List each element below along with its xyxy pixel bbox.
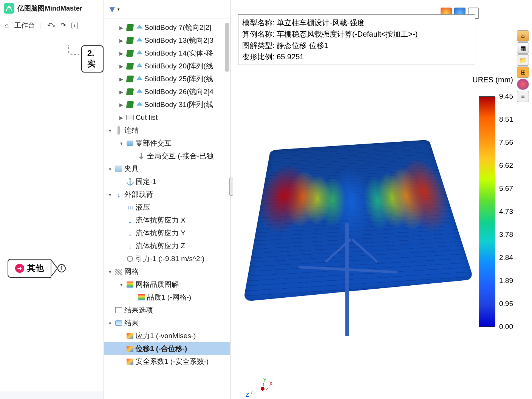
body-icon <box>126 101 134 108</box>
tree-item-solidbody[interactable]: ▶SolidBody 14(实体-移 <box>104 47 230 60</box>
tree-item-solidbody[interactable]: ▶SolidBody 20(阵列(线 <box>104 60 230 73</box>
expand-icon[interactable]: ▶ <box>118 89 124 95</box>
tree-item-gravity[interactable]: 引力-1 (:-9.81 m/s^2:) <box>104 252 230 265</box>
tree-item-solidbody[interactable]: ▶SolidBody 25(阵列(线 <box>104 73 230 85</box>
collapse-icon[interactable]: ▾ <box>107 320 113 326</box>
expand-icon[interactable]: ▶ <box>118 76 124 82</box>
add-button[interactable]: + <box>71 22 78 29</box>
mindmaster-canvas[interactable]: 2.实 ➜ 其他 1 <box>0 34 104 391</box>
collapse-icon[interactable]: ▾ <box>107 269 113 275</box>
other-label: 其他 <box>27 263 44 274</box>
tree-item-fixed[interactable]: ⚓固定-1 <box>104 175 230 188</box>
scale-labels: 9.458.517.566.625.674.733.782.841.890.95… <box>499 96 513 327</box>
study-name-value: 车棚稳态风载强度计算(-Default<按加工>-) <box>277 30 418 38</box>
solid-icon <box>136 50 142 56</box>
tree-item-loads[interactable]: ▾↓外部载荷 <box>104 188 230 201</box>
tree-filter-bar[interactable]: ▼▾ <box>104 0 230 19</box>
collapse-icon[interactable]: ▾ <box>107 128 113 133</box>
collapse-icon[interactable]: ▾ <box>118 141 124 146</box>
force-icon: ↓ <box>128 216 132 225</box>
home-icon[interactable]: ⌂ <box>5 21 9 30</box>
collapse-icon[interactable]: ▾ <box>107 166 113 172</box>
force-icon: ↓ <box>128 242 132 251</box>
model-name-value: 单立柱车棚设计-风载-强度 <box>277 19 365 27</box>
view-layout-button[interactable]: ⊞ <box>517 66 529 78</box>
view-home-button[interactable]: ⌂ <box>517 30 529 42</box>
expand-icon[interactable]: ▶ <box>118 51 124 56</box>
tree-item-part-interact[interactable]: ▾零部件交互 <box>104 137 230 150</box>
gravity-icon <box>127 256 133 262</box>
solidbody-label: SolidBody 13(镜向2[3 <box>144 36 213 45</box>
tree-item-cutlist[interactable]: ▶Cut list <box>104 111 230 124</box>
tree-item-stress[interactable]: 应力1 (-vonMises-) <box>104 329 230 342</box>
fos-plot-icon <box>127 359 133 365</box>
tree-item-mesh[interactable]: ▾网格 <box>104 265 230 278</box>
axis-y-arrow: ↑ <box>262 381 265 387</box>
body-icon <box>126 63 134 70</box>
view-settings-button[interactable]: ≡ <box>517 91 529 102</box>
solid-icon <box>136 25 142 31</box>
folder-icon <box>126 115 134 120</box>
mindmaster-title: 亿图脑图MindMaster <box>17 4 82 13</box>
collapse-icon[interactable]: ▾ <box>118 282 124 288</box>
tree-item-connections[interactable]: ▾连结 <box>104 124 230 137</box>
tree-item-solidbody[interactable]: ▶SolidBody 7(镜向2[2] <box>104 21 230 34</box>
view-folder-button[interactable]: 📁 <box>517 54 529 66</box>
tree-item-global-interact[interactable]: 全局交互 (-接合-已独 <box>104 150 230 162</box>
color-scale: 9.458.517.566.625.674.733.782.841.890.95… <box>479 74 513 327</box>
tree-item-shear-z[interactable]: ↓流体抗剪应力 Z <box>104 240 230 252</box>
plot-type-label: 图解类型: <box>242 41 275 49</box>
dashed-connector <box>68 45 79 55</box>
tree-item-quality1[interactable]: 品质1 (-网格-) <box>104 291 230 304</box>
tree-item-shear-x[interactable]: ↓流体抗剪应力 X <box>104 214 230 227</box>
fea-model[interactable] <box>246 106 457 340</box>
study-name-label: 算例名称: <box>242 30 275 38</box>
model-name-label: 模型名称: <box>242 19 275 27</box>
view-right-toolbar: ⌂ ▦ 📁 ⊞ ≡ <box>517 30 530 102</box>
collapse-icon[interactable]: ▾ <box>107 192 113 198</box>
model-column <box>345 223 349 336</box>
tree-item-pressure[interactable]: ↓↓↓液压 <box>104 201 230 214</box>
tree-body[interactable]: ▶SolidBody 7(镜向2[2]▶SolidBody 13(镜向2[3▶S… <box>104 19 230 399</box>
tree-item-solidbody[interactable]: ▶SolidBody 31(阵列(线 <box>104 98 230 111</box>
tree-item-displacement[interactable]: 位移1 (-合位移-) <box>104 342 230 355</box>
solidbody-label: SolidBody 14(实体-移 <box>144 48 213 58</box>
expand-icon[interactable]: ▶ <box>118 115 124 121</box>
tree-item-fixture[interactable]: ▾夹具 <box>104 162 230 175</box>
expand-icon[interactable]: ▶ <box>118 38 124 43</box>
undo-button[interactable]: ↶▾ <box>47 21 55 29</box>
mindmap-node-other[interactable]: ➜ 其他 1 <box>8 259 66 278</box>
view-orient-button[interactable]: ▦ <box>517 42 529 54</box>
tree-item-results[interactable]: ▾结果 <box>104 317 230 329</box>
splitter-handle[interactable] <box>229 178 233 196</box>
mindmap-node[interactable]: 2.实 <box>81 45 104 73</box>
tree-item-shear-y[interactable]: ↓流体抗剪应力 Y <box>104 227 230 240</box>
redo-button[interactable]: ↷ <box>60 21 66 29</box>
workbench-label[interactable]: 工作台 <box>14 21 35 30</box>
body-icon <box>126 50 134 57</box>
solid-icon <box>136 76 142 82</box>
tree-scrollbar[interactable] <box>225 23 229 72</box>
view-appearance-button[interactable] <box>517 79 529 90</box>
filter-dropdown-icon[interactable]: ▾ <box>118 7 120 12</box>
tree-item-fos[interactable]: 安全系数1 (-安全系数-) <box>104 355 230 368</box>
global-icon <box>139 153 144 159</box>
stress-plot-icon <box>127 333 133 339</box>
graphics-view[interactable]: 模型名称: 单立柱车棚设计-风载-强度 算例名称: 车棚稳态风载强度计算(-De… <box>230 0 532 399</box>
node-count: 1 <box>57 264 66 272</box>
mindmaster-logo-icon <box>4 3 14 14</box>
solidbody-label: SolidBody 7(镜向2[2] <box>144 23 211 32</box>
expand-icon[interactable]: ▶ <box>118 102 124 108</box>
displacement-plot-icon <box>127 346 133 352</box>
expand-icon[interactable]: ▶ <box>118 25 124 31</box>
solid-icon <box>136 102 142 108</box>
expand-icon[interactable]: ▶ <box>118 63 124 69</box>
tree-item-solidbody[interactable]: ▶SolidBody 13(镜向2[3 <box>104 34 230 47</box>
force-icon: ↓ <box>128 229 132 238</box>
load-icon: ↓ <box>117 190 121 199</box>
filter-icon[interactable]: ▼ <box>108 4 117 15</box>
tree-item-solidbody[interactable]: ▶SolidBody 26(镜向2[4 <box>104 85 230 98</box>
tree-item-mesh-quality[interactable]: ▾网格品质图解 <box>104 278 230 291</box>
tree-item-result-options[interactable]: 结果选项 <box>104 304 230 317</box>
simulation-tree-panel: ▼▾ ▶SolidBody 7(镜向2[2]▶SolidBody 13(镜向2[… <box>104 0 230 399</box>
